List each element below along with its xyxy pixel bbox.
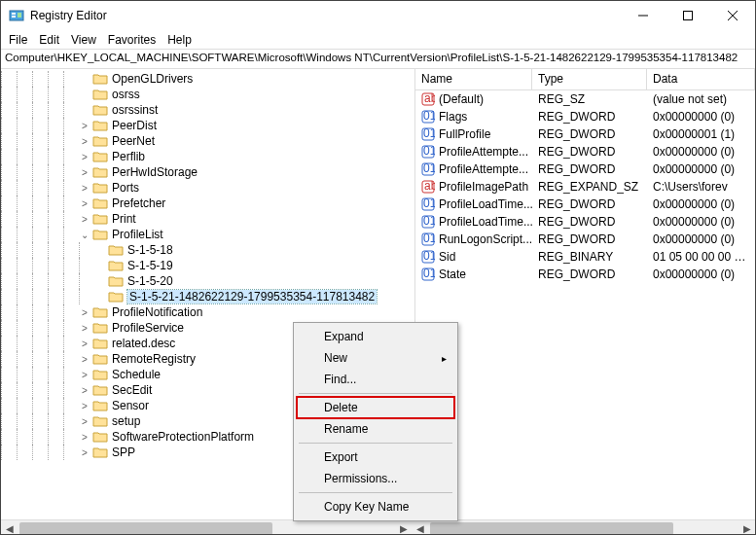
tree-label: Ports [112, 181, 139, 195]
expander-icon[interactable]: > [79, 213, 90, 225]
tree-label: setup [112, 414, 140, 428]
folder-icon [92, 383, 108, 397]
tree-item[interactable]: osrssinst [1, 102, 414, 118]
value-type: REG_DWORD [532, 110, 647, 124]
expander-icon[interactable]: > [79, 338, 90, 349]
value-row[interactable]: 011FlagsREG_DWORD0x00000000 (0) [415, 108, 755, 125]
tree-label: OpenGLDrivers [112, 72, 193, 86]
ctx-export[interactable]: Export [297, 446, 454, 468]
ctx-delete[interactable]: Delete [297, 397, 454, 418]
tree-item[interactable]: >ProfileNotification [1, 304, 414, 320]
ctx-expand[interactable]: Expand [297, 326, 454, 347]
tree-item[interactable]: >Print [1, 211, 414, 227]
value-row[interactable]: ab(Default)REG_SZ(value not set) [415, 90, 755, 108]
folder-icon [92, 352, 108, 366]
expander-icon[interactable]: > [79, 306, 90, 318]
ctx-find[interactable]: Find... [297, 369, 454, 390]
value-row[interactable]: 011ProfileAttempte...REG_DWORD0x00000000… [415, 143, 755, 160]
ctx-copy-key-name[interactable]: Copy Key Name [297, 496, 454, 517]
value-row[interactable]: 011FullProfileREG_DWORD0x00000001 (1) [415, 125, 755, 143]
value-row[interactable]: 011StateREG_DWORD0x00000000 (0) [415, 266, 755, 283]
menu-view[interactable]: View [71, 33, 96, 47]
value-row[interactable]: 011SidREG_BINARY01 05 00 00 00 00 00 0 [415, 248, 755, 266]
scroll-left-arrow-right[interactable]: ◀ [412, 520, 428, 535]
tree-item[interactable]: ⌄ProfileList [1, 227, 414, 242]
value-icon: 011 [421, 197, 435, 211]
folder-icon [92, 321, 108, 335]
address-bar[interactable]: Computer\HKEY_LOCAL_MACHINE\SOFTWARE\Mic… [1, 50, 755, 69]
value-list[interactable]: Name Type Data ab(Default)REG_SZ(value n… [415, 69, 755, 519]
expander-icon[interactable]: > [79, 197, 90, 209]
expander-icon[interactable]: > [79, 322, 90, 334]
menu-favorites[interactable]: Favorites [108, 33, 156, 47]
expander-icon[interactable]: > [79, 120, 90, 131]
expander-icon[interactable] [79, 89, 90, 100]
expander-icon[interactable]: > [79, 384, 90, 396]
tree-item[interactable]: S-1-5-18 [1, 242, 414, 258]
value-row[interactable]: 011RunLogonScript...REG_DWORD0x00000000 … [415, 231, 755, 248]
ctx-separator [299, 492, 452, 493]
scroll-right-arrow-right[interactable]: ▶ [738, 520, 755, 535]
horizontal-scrollbar[interactable]: ◀ ▶ ◀ ▶ [1, 519, 755, 535]
context-menu: Expand New Find... Delete Rename Export … [293, 322, 458, 521]
svg-text:011: 011 [423, 268, 435, 280]
value-row[interactable]: 011ProfileAttempte...REG_DWORD0x00000000… [415, 160, 755, 178]
tree-label: related.desc [112, 337, 175, 350]
expander-icon[interactable] [94, 275, 106, 287]
scroll-right-arrow[interactable]: ▶ [395, 520, 412, 535]
value-row[interactable]: abProfileImagePathREG_EXPAND_SZC:\Users\… [415, 178, 755, 196]
tree-item[interactable]: >Perflib [1, 149, 414, 164]
folder-icon [92, 399, 108, 412]
value-type: REG_DWORD [532, 197, 647, 211]
svg-rect-2 [12, 16, 16, 18]
expander-icon[interactable]: > [79, 415, 90, 427]
scroll-thumb-right[interactable] [430, 522, 673, 535]
value-data: 0x00000000 (0) [647, 145, 755, 159]
value-row[interactable]: 011ProfileLoadTime...REG_DWORD0x00000000… [415, 213, 755, 231]
column-type[interactable]: Type [532, 69, 647, 89]
menu-help[interactable]: Help [167, 33, 192, 47]
expander-icon[interactable]: > [79, 369, 90, 380]
expander-icon[interactable]: > [79, 353, 90, 365]
tree-item[interactable]: >Ports [1, 180, 414, 196]
ctx-permissions[interactable]: Permissions... [297, 468, 454, 489]
folder-icon [108, 274, 124, 288]
value-name: State [439, 268, 466, 281]
expander-icon[interactable] [79, 73, 90, 85]
scroll-thumb-left[interactable] [19, 522, 272, 535]
expander-icon[interactable]: ⌄ [79, 229, 90, 240]
value-row[interactable]: 011ProfileLoadTime...REG_DWORD0x00000000… [415, 196, 755, 213]
expander-icon[interactable]: > [79, 182, 90, 194]
expander-icon[interactable]: > [79, 431, 90, 443]
expander-icon[interactable]: > [79, 135, 90, 147]
expander-icon[interactable]: > [79, 400, 90, 411]
tree-item[interactable]: OpenGLDrivers [1, 71, 414, 87]
minimize-button[interactable] [621, 1, 666, 30]
menu-edit[interactable]: Edit [39, 33, 59, 47]
scroll-left-arrow[interactable]: ◀ [1, 520, 18, 535]
tree-item[interactable]: S-1-5-19 [1, 258, 414, 273]
close-button[interactable] [710, 1, 755, 30]
tree-item[interactable]: >PeerDist [1, 118, 414, 133]
tree-item[interactable]: S-1-5-21-1482622129-1799535354-117813482 [1, 289, 414, 304]
tree-item[interactable]: >PeerNet [1, 133, 414, 149]
ctx-new[interactable]: New [297, 347, 454, 369]
expander-icon[interactable] [94, 291, 106, 303]
column-name[interactable]: Name [415, 69, 532, 89]
menu-file[interactable]: File [9, 33, 27, 47]
expander-icon[interactable] [79, 104, 90, 116]
column-data[interactable]: Data [647, 69, 755, 89]
maximize-button[interactable] [666, 1, 710, 30]
tree-item[interactable]: S-1-5-20 [1, 273, 414, 289]
expander-icon[interactable] [94, 260, 106, 271]
tree-item[interactable]: >PerHwIdStorage [1, 164, 414, 180]
tree-item[interactable]: >Prefetcher [1, 196, 414, 211]
tree-label: Prefetcher [112, 196, 165, 210]
expander-icon[interactable]: > [79, 166, 90, 178]
expander-icon[interactable] [94, 244, 106, 256]
tree-item[interactable]: osrss [1, 87, 414, 102]
expander-icon[interactable]: > [79, 446, 90, 458]
expander-icon[interactable]: > [79, 151, 90, 162]
svg-text:011: 011 [423, 127, 435, 140]
ctx-rename[interactable]: Rename [297, 418, 454, 440]
